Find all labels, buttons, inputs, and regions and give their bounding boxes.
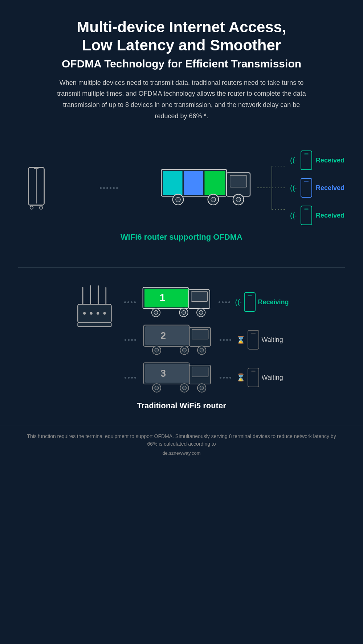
svg-point-63	[183, 386, 187, 390]
branch-lines	[257, 159, 286, 217]
svg-point-39	[154, 311, 158, 315]
device-row-3: ((· Received	[290, 206, 348, 225]
status-3: Received	[316, 212, 348, 219]
phone-wifi5-1	[244, 292, 256, 312]
wifi6-truck	[159, 164, 254, 211]
dots-left-wifi6	[60, 187, 158, 189]
signal-icon-3: ((·	[290, 211, 297, 220]
svg-text:1: 1	[160, 292, 166, 304]
svg-point-32	[103, 312, 106, 315]
svg-rect-45	[145, 326, 189, 345]
wifi5-row-1: 1 ((· Receiving	[122, 286, 291, 318]
svg-rect-34	[144, 289, 189, 307]
svg-text:3: 3	[160, 368, 166, 379]
wifi6-devices: ((· Received ((· Received ((· Received	[290, 150, 348, 225]
signal-icon-1: ((·	[290, 156, 297, 165]
footer-note: This function requires the terminal equi…	[0, 425, 363, 464]
footer-text: This function requires the terminal equi…	[27, 433, 336, 447]
svg-point-65	[200, 386, 204, 390]
phone-3	[301, 206, 312, 225]
title-line1: Multi-device Internet Access,	[77, 18, 286, 36]
dots-row2b	[216, 339, 234, 341]
waiting-status-2: Waiting	[261, 374, 290, 381]
dots-row1b	[216, 301, 233, 303]
main-title: Multi-device Internet Access, Low Latenc…	[22, 18, 341, 55]
svg-rect-8	[205, 171, 225, 195]
wifi6-section: ((· Received ((· Received ((· Received	[0, 132, 363, 260]
svg-point-12	[176, 197, 180, 202]
svg-rect-37	[191, 292, 208, 301]
wifi5-router	[73, 286, 120, 333]
wifi5-row-2: 2 ⌛ Waiting	[122, 323, 291, 356]
page-wrapper: Multi-device Internet Access, Low Latenc…	[0, 0, 363, 644]
watermark: de.sznewway.com	[22, 450, 341, 457]
svg-point-30	[90, 312, 92, 315]
section-divider	[18, 267, 345, 268]
wifi5-trucks-devices: 1 ((· Receiving	[122, 286, 291, 394]
svg-rect-48	[192, 329, 208, 339]
header-section: Multi-device Internet Access, Low Latenc…	[0, 0, 363, 132]
svg-point-52	[183, 348, 187, 352]
device-row-2: ((· Received	[290, 178, 348, 198]
svg-rect-10	[230, 176, 247, 187]
dots-row2	[122, 339, 139, 341]
phone-2	[301, 178, 312, 198]
svg-text:2: 2	[160, 330, 166, 341]
svg-rect-7	[184, 171, 203, 195]
dots-row3	[122, 377, 139, 379]
wifi5-row-3: 3 ⌛ Waiting	[122, 361, 291, 394]
dots-row3b	[216, 377, 234, 379]
svg-rect-28	[78, 323, 111, 327]
svg-point-3	[40, 206, 43, 209]
title-line2: Low Latency and Smoother	[82, 37, 281, 54]
wifi6-diagram: ((· Received ((· Received ((· Received	[15, 150, 348, 225]
svg-rect-27	[78, 304, 111, 323]
description: When multiple devices need to transmit d…	[54, 77, 309, 121]
svg-point-14	[211, 197, 216, 202]
wifi6-label: WiFi6 router supporting OFDMA	[121, 232, 242, 242]
svg-rect-6	[163, 171, 183, 195]
status-1: Received	[316, 157, 348, 164]
phone-1	[301, 150, 312, 170]
device-row-1: ((· Received	[290, 150, 348, 170]
phone-wifi5-2	[248, 330, 259, 350]
svg-point-41	[182, 311, 186, 315]
svg-point-43	[199, 311, 203, 315]
svg-point-54	[200, 348, 204, 352]
svg-point-50	[155, 348, 159, 352]
wifi5-label: Traditional WiFi5 router	[137, 401, 226, 410]
signal-icon-2: ((·	[290, 184, 297, 192]
dots-row1	[122, 301, 139, 303]
svg-point-16	[236, 197, 241, 202]
waiting-status-1: Waiting	[261, 336, 290, 344]
status-2: Received	[316, 184, 348, 192]
svg-point-61	[155, 386, 159, 390]
wifi5-section: 1 ((· Receiving	[0, 275, 363, 425]
receiving-status: Receiving	[258, 298, 290, 306]
svg-rect-4	[34, 168, 38, 169]
svg-rect-56	[145, 364, 189, 383]
phone-wifi5-3	[248, 368, 259, 387]
svg-point-2	[30, 206, 33, 209]
subtitle: OFDMA Technology for Efficient Transmiss…	[22, 58, 341, 70]
svg-point-29	[83, 312, 86, 315]
svg-rect-59	[192, 367, 208, 377]
svg-point-31	[96, 312, 99, 315]
wifi6-router	[15, 162, 58, 213]
wifi5-diagram: 1 ((· Receiving	[15, 286, 348, 394]
